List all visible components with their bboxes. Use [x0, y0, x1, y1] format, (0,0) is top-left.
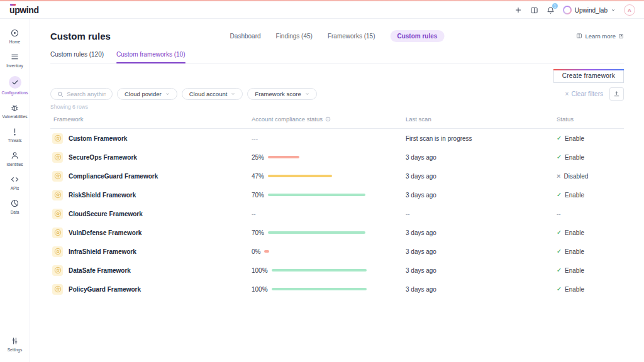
row-count-text: Showing 6 rows — [50, 104, 624, 110]
last-scan: 3 days ago — [406, 267, 436, 274]
status-icon: ✓ — [557, 135, 562, 141]
export-button[interactable] — [609, 87, 624, 101]
table-body: Custom Framework --- First scan is in pr… — [50, 129, 624, 299]
tab-findings[interactable]: Findings (45) — [276, 33, 313, 40]
subtabs: Custom rules (120) Custom frameworks (10… — [50, 51, 624, 63]
framework-name: VulnDefense Framework — [69, 229, 142, 236]
table-row[interactable]: PolicyGuard Framework 100% 3 days ago ✓ … — [50, 280, 624, 299]
status-label: Enable — [565, 192, 584, 199]
filter-cloud-provider[interactable]: Cloud povider — [117, 88, 177, 100]
book-icon — [576, 33, 582, 39]
subtab-custom-rules[interactable]: Custom rules (120) — [50, 51, 104, 58]
docs-icon[interactable] — [530, 6, 538, 14]
compliance-bar — [268, 231, 365, 234]
compliance-value: 100% — [252, 286, 268, 293]
table-row[interactable]: Custom Framework --- First scan is in pr… — [50, 129, 624, 148]
compliance-bar — [268, 156, 299, 158]
sidebar-item-data[interactable]: Data — [0, 199, 30, 214]
status-icon: × — [557, 173, 560, 180]
search-input[interactable] — [67, 90, 106, 97]
compliance-value: --- — [252, 135, 258, 142]
sidebar-item-inventory[interactable]: Inventory — [0, 52, 30, 68]
compliance-value: 47% — [252, 173, 264, 180]
filter-framework-score[interactable]: Framework score — [247, 88, 316, 100]
top-accent-line — [0, 0, 644, 1]
compliance-value: 25% — [252, 154, 264, 161]
framework-star-icon — [52, 152, 63, 163]
table-row[interactable]: SecureOps Framework 25% 3 days ago ✓ Ena… — [50, 148, 624, 167]
sidebar-item-apis[interactable]: APIs — [0, 175, 30, 190]
status-label: Enable — [565, 286, 584, 293]
tab-dashboard[interactable]: Dashboard — [230, 33, 261, 40]
framework-star-icon — [52, 228, 63, 238]
framework-star-icon — [52, 133, 63, 144]
last-scan: -- — [406, 211, 410, 217]
page-title: Custom rules — [50, 31, 111, 41]
filter-cloud-account[interactable]: Cloud account — [182, 88, 243, 100]
table-row[interactable]: DataSafe Framework 100% 3 days ago ✓ Ena… — [50, 261, 624, 280]
clear-filters-button[interactable]: × Clear filters — [565, 90, 603, 97]
framework-star-icon — [52, 171, 63, 182]
logo-gradient-mark — [10, 4, 16, 6]
table-row[interactable]: CloudSecure Framework -- -- -- — [50, 204, 624, 223]
close-icon: × — [565, 90, 569, 97]
last-scan: 3 days ago — [406, 154, 436, 161]
sidebar-item-threats[interactable]: Threats — [0, 127, 30, 143]
learn-more-link[interactable]: Learn more — [576, 33, 624, 40]
column-last-scan[interactable]: Last scan — [406, 116, 557, 123]
sidebar-item-vulnerabilities[interactable]: Vulnerabilities — [0, 103, 30, 119]
status-icon: ✓ — [557, 154, 562, 160]
column-framework[interactable]: Framework — [50, 116, 252, 123]
pie-chart-icon — [10, 199, 19, 208]
framework-star-icon — [52, 284, 63, 295]
compliance-bar — [272, 269, 367, 272]
person-icon — [10, 151, 19, 160]
sidebar-item-configurations[interactable]: Configurations — [0, 76, 30, 95]
org-selector[interactable]: Upwind_lab — [563, 6, 616, 14]
status-icon: ✓ — [557, 267, 562, 273]
framework-name: ComplianceGuard Framework — [69, 173, 158, 180]
code-brackets-icon — [10, 175, 19, 184]
add-button[interactable] — [514, 6, 522, 14]
compliance-value: -- — [252, 211, 256, 217]
framework-star-icon — [52, 246, 63, 257]
tab-custom-rules[interactable]: Custom rules — [390, 30, 444, 42]
chevron-down-icon — [165, 92, 170, 96]
framework-name: RiskShield Framework — [69, 192, 136, 199]
status-icon: ✓ — [557, 192, 562, 198]
table-row[interactable]: InfraShield Framework 0% 3 days ago ✓ En… — [50, 242, 624, 261]
user-avatar[interactable]: A — [624, 4, 635, 16]
logo-text: upwind — [9, 5, 39, 15]
table-row[interactable]: RiskShield Framework 70% 3 days ago ✓ En… — [50, 185, 624, 204]
sidebar-item-home[interactable]: Home — [0, 28, 30, 44]
search-box[interactable] — [50, 88, 113, 100]
framework-star-icon — [52, 265, 63, 276]
create-framework-button[interactable]: Create framework — [553, 69, 624, 83]
sidebar-item-settings[interactable]: Settings — [0, 336, 30, 352]
org-name: Upwind_lab — [575, 7, 608, 14]
filter-bar: Cloud povider Cloud account Framework sc… — [50, 87, 624, 101]
framework-name: CloudSecure Framework — [69, 211, 143, 217]
compliance-value: 70% — [252, 192, 264, 199]
home-icon — [10, 28, 19, 38]
tab-frameworks[interactable]: Frameworks (15) — [328, 33, 375, 40]
last-scan: First scan is in progress — [406, 135, 472, 142]
compliance-bar — [268, 175, 332, 177]
subtab-custom-frameworks[interactable]: Custom frameworks (10) — [116, 51, 185, 58]
notifications-bell-icon[interactable]: 1 — [547, 6, 555, 14]
sidebar-item-identities[interactable]: Identities — [0, 151, 30, 167]
last-scan: 3 days ago — [406, 192, 436, 199]
table-row[interactable]: ComplianceGuard Framework 47% 3 days ago… — [50, 167, 624, 185]
last-scan: 3 days ago — [406, 173, 436, 180]
upwind-logo: upwind — [9, 5, 39, 15]
column-status[interactable]: Status — [557, 116, 624, 123]
table-row[interactable]: VulnDefense Framework 70% 3 days ago ✓ E… — [50, 223, 624, 242]
info-icon — [325, 116, 331, 122]
chevron-down-icon — [305, 92, 309, 96]
compliance-value: 70% — [252, 229, 264, 236]
status-icon: ✓ — [557, 286, 562, 292]
chevron-down-icon — [611, 8, 616, 13]
compliance-value: 100% — [252, 267, 268, 274]
column-compliance[interactable]: Account compliance status — [252, 116, 331, 123]
notification-count-badge: 1 — [552, 3, 558, 9]
